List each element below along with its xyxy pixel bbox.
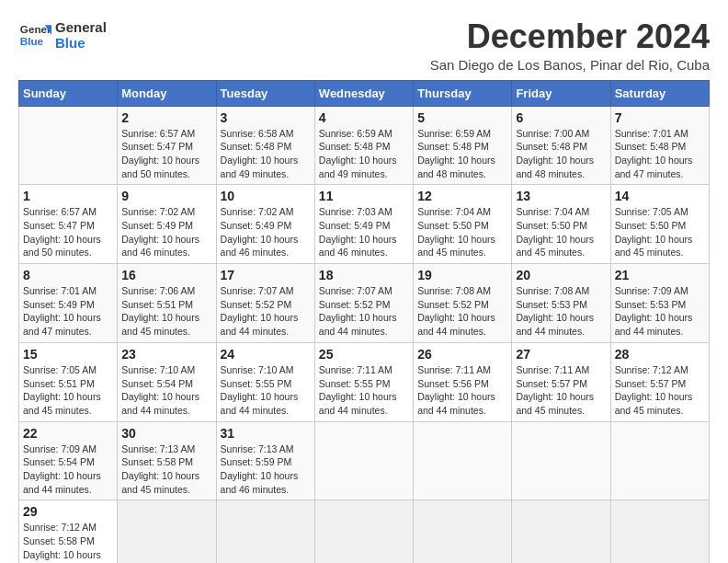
day-number: 15	[23, 347, 113, 362]
calendar-week-0: 2Sunrise: 6:57 AMSunset: 5:47 PMDaylight…	[19, 106, 710, 185]
day-info: Sunrise: 7:05 AMSunset: 5:51 PMDaylight:…	[23, 363, 113, 418]
calendar-cell: 13Sunrise: 7:04 AMSunset: 5:50 PMDayligh…	[512, 185, 610, 264]
calendar-cell: 18Sunrise: 7:07 AMSunset: 5:52 PMDayligh…	[314, 264, 413, 343]
calendar-cell: 12Sunrise: 7:04 AMSunset: 5:50 PMDayligh…	[414, 185, 512, 264]
day-info: Sunrise: 7:01 AMSunset: 5:49 PMDaylight:…	[23, 284, 113, 339]
day-number: 7	[615, 110, 705, 125]
svg-text:General: General	[20, 23, 51, 35]
day-info: Sunrise: 7:09 AMSunset: 5:53 PMDaylight:…	[615, 284, 705, 339]
day-info: Sunrise: 7:12 AMSunset: 5:57 PMDaylight:…	[615, 363, 705, 418]
day-number: 8	[23, 268, 113, 282]
calendar-cell: 23Sunrise: 7:10 AMSunset: 5:54 PMDayligh…	[118, 342, 216, 421]
calendar-cell: 9Sunrise: 7:02 AMSunset: 5:49 PMDaylight…	[118, 185, 216, 264]
calendar-cell: 10Sunrise: 7:02 AMSunset: 5:49 PMDayligh…	[216, 185, 314, 264]
calendar-cell	[414, 421, 512, 500]
calendar-cell	[118, 500, 216, 563]
calendar-cell: 29Sunrise: 7:12 AMSunset: 5:58 PMDayligh…	[19, 500, 118, 563]
calendar-cell: 15Sunrise: 7:05 AMSunset: 5:51 PMDayligh…	[19, 342, 118, 421]
day-number: 22	[23, 426, 113, 441]
day-info: Sunrise: 7:11 AMSunset: 5:55 PMDaylight:…	[319, 363, 409, 418]
day-info: Sunrise: 7:11 AMSunset: 5:57 PMDaylight:…	[516, 363, 606, 418]
day-number: 31	[221, 426, 311, 441]
day-number: 1	[23, 189, 113, 203]
calendar-cell: 17Sunrise: 7:07 AMSunset: 5:52 PMDayligh…	[216, 264, 314, 343]
calendar-cell: 3Sunrise: 6:58 AMSunset: 5:48 PMDaylight…	[216, 106, 314, 185]
calendar-week-2: 8Sunrise: 7:01 AMSunset: 5:49 PMDaylight…	[19, 264, 710, 343]
day-info: Sunrise: 6:57 AMSunset: 5:47 PMDaylight:…	[23, 205, 113, 259]
day-number: 25	[319, 347, 409, 362]
calendar-cell: 14Sunrise: 7:05 AMSunset: 5:50 PMDayligh…	[610, 185, 709, 264]
title-block: December 2024 San Diego de Los Banos, Pi…	[430, 18, 710, 73]
calendar-week-1: 1Sunrise: 6:57 AMSunset: 5:47 PMDaylight…	[19, 185, 710, 264]
day-number: 26	[417, 347, 507, 362]
day-number: 24	[221, 347, 311, 362]
day-info: Sunrise: 7:02 AMSunset: 5:49 PMDaylight:…	[121, 205, 211, 259]
day-info: Sunrise: 7:02 AMSunset: 5:49 PMDaylight:…	[221, 205, 311, 259]
calendar-cell: 19Sunrise: 7:08 AMSunset: 5:52 PMDayligh…	[414, 264, 512, 343]
calendar-cell: 5Sunrise: 6:59 AMSunset: 5:48 PMDaylight…	[414, 106, 512, 185]
logo-icon: General Blue	[18, 18, 51, 52]
logo-general: General	[55, 19, 107, 35]
calendar-cell	[610, 421, 709, 500]
day-number: 12	[417, 189, 507, 203]
day-info: Sunrise: 7:10 AMSunset: 5:54 PMDaylight:…	[121, 363, 211, 418]
day-header-monday: Monday	[118, 80, 216, 106]
calendar-cell: 22Sunrise: 7:09 AMSunset: 5:54 PMDayligh…	[19, 421, 118, 500]
day-info: Sunrise: 7:13 AMSunset: 5:59 PMDaylight:…	[221, 442, 311, 497]
calendar-cell: 27Sunrise: 7:11 AMSunset: 5:57 PMDayligh…	[512, 342, 610, 421]
calendar-cell: 4Sunrise: 6:59 AMSunset: 5:48 PMDaylight…	[314, 106, 413, 185]
calendar-cell	[512, 500, 610, 563]
calendar-cell: 30Sunrise: 7:13 AMSunset: 5:58 PMDayligh…	[118, 421, 216, 500]
day-number: 14	[615, 189, 705, 203]
svg-text:Blue: Blue	[20, 35, 44, 47]
day-number: 5	[417, 110, 507, 125]
calendar-cell: 16Sunrise: 7:06 AMSunset: 5:51 PMDayligh…	[118, 264, 216, 343]
day-info: Sunrise: 6:59 AMSunset: 5:48 PMDaylight:…	[417, 127, 507, 181]
day-number: 28	[615, 347, 705, 362]
day-info: Sunrise: 7:11 AMSunset: 5:56 PMDaylight:…	[417, 363, 507, 418]
day-info: Sunrise: 7:00 AMSunset: 5:48 PMDaylight:…	[516, 127, 606, 181]
calendar-title: December 2024	[430, 18, 710, 55]
day-info: Sunrise: 6:57 AMSunset: 5:47 PMDaylight:…	[121, 127, 211, 181]
calendar-cell: 25Sunrise: 7:11 AMSunset: 5:55 PMDayligh…	[314, 342, 413, 421]
day-number: 19	[417, 268, 507, 282]
day-info: Sunrise: 7:13 AMSunset: 5:58 PMDaylight:…	[121, 442, 211, 497]
day-number: 3	[221, 110, 311, 125]
day-number: 11	[319, 189, 409, 203]
day-header-tuesday: Tuesday	[216, 80, 314, 106]
day-info: Sunrise: 7:06 AMSunset: 5:51 PMDaylight:…	[121, 284, 211, 339]
calendar-header: SundayMondayTuesdayWednesdayThursdayFrid…	[19, 80, 710, 106]
day-number: 29	[23, 504, 113, 519]
calendar-cell: 1Sunrise: 6:57 AMSunset: 5:47 PMDaylight…	[19, 185, 118, 264]
day-number: 10	[221, 189, 311, 203]
calendar-cell	[216, 500, 314, 563]
calendar-cell: 7Sunrise: 7:01 AMSunset: 5:48 PMDaylight…	[610, 106, 709, 185]
calendar-cell	[610, 500, 709, 563]
day-number: 23	[121, 347, 211, 362]
day-info: Sunrise: 7:03 AMSunset: 5:49 PMDaylight:…	[319, 205, 409, 259]
logo: General Blue General Blue	[18, 18, 107, 52]
day-info: Sunrise: 7:08 AMSunset: 5:53 PMDaylight:…	[516, 284, 606, 339]
day-info: Sunrise: 7:07 AMSunset: 5:52 PMDaylight:…	[319, 284, 409, 339]
day-number: 21	[615, 268, 705, 282]
calendar-cell	[512, 421, 610, 500]
day-number: 2	[121, 110, 211, 125]
day-info: Sunrise: 6:58 AMSunset: 5:48 PMDaylight:…	[221, 127, 311, 181]
day-header-friday: Friday	[512, 80, 610, 106]
day-info: Sunrise: 7:01 AMSunset: 5:48 PMDaylight:…	[615, 127, 705, 181]
day-info: Sunrise: 6:59 AMSunset: 5:48 PMDaylight:…	[319, 127, 409, 181]
day-info: Sunrise: 7:07 AMSunset: 5:52 PMDaylight:…	[221, 284, 311, 339]
day-number: 30	[121, 426, 211, 441]
calendar-subtitle: San Diego de Los Banos, Pinar del Rio, C…	[430, 57, 710, 73]
calendar-body: 2Sunrise: 6:57 AMSunset: 5:47 PMDaylight…	[19, 106, 710, 563]
calendar-cell	[414, 500, 512, 563]
calendar-cell: 11Sunrise: 7:03 AMSunset: 5:49 PMDayligh…	[314, 185, 413, 264]
header: General Blue General Blue December 2024 …	[18, 18, 710, 73]
calendar-week-5: 29Sunrise: 7:12 AMSunset: 5:58 PMDayligh…	[19, 500, 710, 563]
calendar-cell: 8Sunrise: 7:01 AMSunset: 5:49 PMDaylight…	[19, 264, 118, 343]
day-number: 17	[221, 268, 311, 282]
day-header-thursday: Thursday	[414, 80, 512, 106]
calendar-cell: 26Sunrise: 7:11 AMSunset: 5:56 PMDayligh…	[414, 342, 512, 421]
day-number: 4	[319, 110, 409, 125]
day-number: 16	[121, 268, 211, 282]
